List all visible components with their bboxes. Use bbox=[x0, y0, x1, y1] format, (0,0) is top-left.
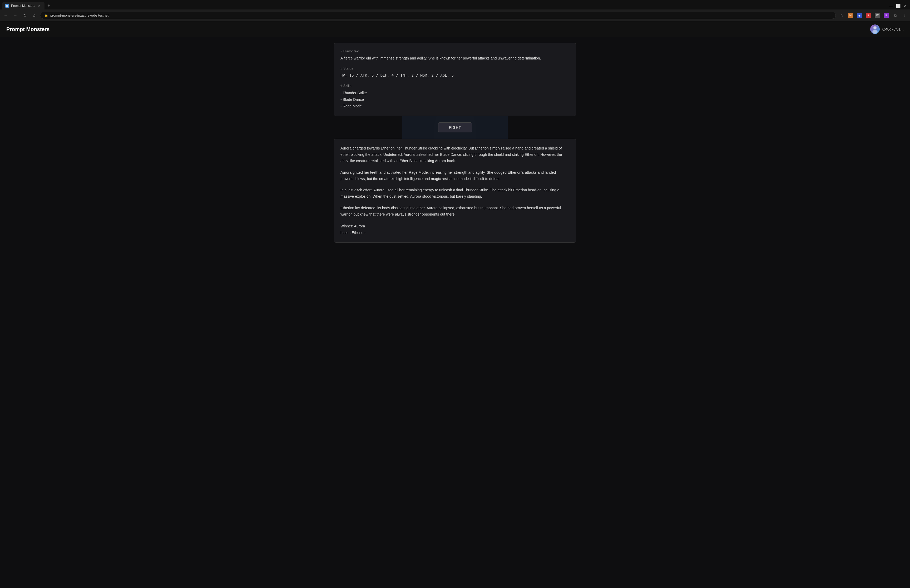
ext-icon-5: E bbox=[884, 13, 889, 18]
skill-list: - Thunder Strike - Blade Dance - Rage Mo… bbox=[341, 90, 569, 110]
fight-button[interactable]: FIGHT bbox=[438, 123, 472, 132]
browser-toolbar: ← → ↻ ⌂ 🔒 prompt-monsters-jp.azurewebsit… bbox=[0, 10, 910, 21]
address-bar[interactable]: 🔒 prompt-monsters-jp.azurewebsites.net bbox=[40, 12, 836, 19]
menu-button[interactable]: ⋮ bbox=[900, 11, 908, 19]
content-wrapper: # Flavor text A fierce warrior girl with… bbox=[334, 43, 576, 243]
ext-icon-2-btn[interactable]: ◆ bbox=[856, 11, 863, 19]
loser-text: Loser: Etherion bbox=[341, 229, 569, 236]
ext-icon-4: W bbox=[875, 13, 880, 18]
battle-paragraph-3: In a last ditch effort, Aurora used all … bbox=[341, 187, 569, 200]
monster-card: # Flavor text A fierce warrior girl with… bbox=[334, 43, 576, 116]
battle-result: Winner: Aurora Loser: Etherion bbox=[341, 223, 569, 236]
user-info: 0xf8d76f01... bbox=[870, 24, 904, 34]
tab-favicon bbox=[5, 4, 9, 8]
window-controls: — ⬜ ✕ bbox=[888, 3, 908, 8]
skill-item-1: - Thunder Strike bbox=[341, 90, 569, 96]
toolbar-actions: ☆ M ◆ R W E ⧉ ⋮ bbox=[838, 11, 908, 19]
tab-bar: Prompt Monsters ✕ + — ⬜ ✕ bbox=[0, 0, 910, 10]
lock-icon: 🔒 bbox=[45, 14, 48, 17]
svg-point-0 bbox=[6, 5, 8, 7]
avatar bbox=[870, 24, 880, 34]
winner-text: Winner: Aurora bbox=[341, 223, 569, 229]
flavor-header: # Flavor text bbox=[341, 49, 569, 53]
minimize-button[interactable]: — bbox=[888, 3, 894, 8]
ext-icon-3-btn[interactable]: R bbox=[865, 11, 872, 19]
fight-container: FIGHT bbox=[334, 123, 576, 132]
tab-close-button[interactable]: ✕ bbox=[37, 4, 41, 8]
bookmark-star-icon[interactable]: ☆ bbox=[838, 11, 845, 19]
ext-icon-4-btn[interactable]: W bbox=[874, 11, 881, 19]
battle-paragraph-1: Aurora charged towards Etherion, her Thu… bbox=[341, 145, 569, 164]
puzzle-extensions-button[interactable]: ⧉ bbox=[892, 11, 899, 19]
back-button[interactable]: ← bbox=[2, 11, 10, 19]
skills-header: # Skills bbox=[341, 84, 569, 88]
url-text: prompt-monsters-jp.azurewebsites.net bbox=[50, 13, 108, 17]
battle-paragraph-4: Etherion lay defeated, its body dissipat… bbox=[341, 205, 569, 218]
user-address-text: 0xf8d76f01... bbox=[883, 27, 904, 31]
ext-icon-5-btn[interactable]: E bbox=[883, 11, 890, 19]
app-header: Prompt Monsters 0xf8d76f01... bbox=[0, 21, 910, 37]
active-tab[interactable]: Prompt Monsters ✕ bbox=[2, 2, 45, 10]
main-content: # Flavor text A fierce warrior girl with… bbox=[329, 37, 581, 248]
app-logo: Prompt Monsters bbox=[6, 26, 50, 32]
ext-icon-1: M bbox=[848, 13, 853, 18]
skill-item-2: - Blade Dance bbox=[341, 96, 569, 103]
skill-item-3: - Rage Mode bbox=[341, 103, 569, 110]
ext-icon-2: ◆ bbox=[857, 13, 862, 18]
ext-icon-3: R bbox=[866, 13, 871, 18]
flavor-text: A fierce warrior girl with immense stren… bbox=[341, 55, 569, 61]
home-button[interactable]: ⌂ bbox=[31, 11, 38, 19]
svg-point-3 bbox=[872, 30, 878, 34]
extensions-icon[interactable]: M bbox=[847, 11, 854, 19]
status-header: # Status bbox=[341, 66, 569, 70]
reload-button[interactable]: ↻ bbox=[21, 11, 28, 19]
battle-paragraph-2: Aurora gritted her teeth and activated h… bbox=[341, 170, 569, 182]
new-tab-button[interactable]: + bbox=[45, 3, 52, 9]
close-window-button[interactable]: ✕ bbox=[903, 3, 908, 8]
maximize-button[interactable]: ⬜ bbox=[895, 3, 902, 8]
svg-point-2 bbox=[873, 26, 876, 29]
tab-title: Prompt Monsters bbox=[11, 4, 35, 8]
browser-chrome: Prompt Monsters ✕ + — ⬜ ✕ ← → ↻ ⌂ 🔒 prom… bbox=[0, 0, 910, 21]
status-text: HP: 15 / ATK: 5 / DEF: 4 / INT: 2 / MGR:… bbox=[341, 73, 454, 78]
forward-button[interactable]: → bbox=[11, 11, 19, 19]
battle-log: Aurora charged towards Etherion, her Thu… bbox=[334, 139, 576, 243]
